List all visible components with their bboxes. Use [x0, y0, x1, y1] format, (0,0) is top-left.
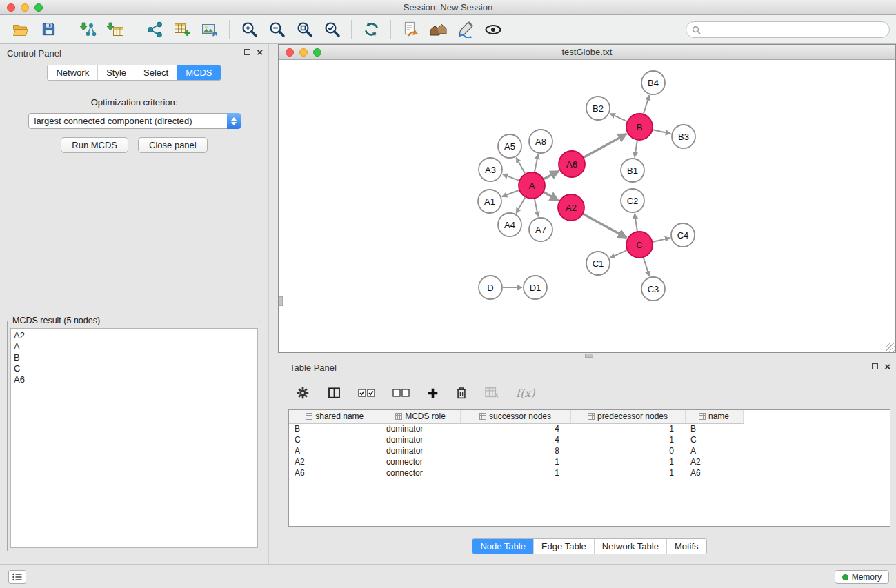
optimization-criterion-select[interactable]: largest connected component (directed) — [28, 113, 241, 129]
node-A2[interactable]: A2 — [558, 194, 584, 221]
select-all-button[interactable] — [358, 388, 376, 398]
split-pane-handle[interactable] — [585, 354, 593, 358]
run-mcds-button[interactable]: Run MCDS — [61, 137, 128, 153]
edge-B-B2[interactable] — [610, 114, 626, 121]
mcds-result-item[interactable]: A6 — [14, 374, 255, 385]
table-cell[interactable]: A2 — [685, 456, 743, 467]
function-builder-button[interactable]: f(x) — [516, 387, 535, 400]
table-cell[interactable]: dominator — [381, 434, 460, 445]
edge-C-C1[interactable] — [610, 250, 626, 258]
table-cell[interactable]: 1 — [570, 456, 685, 467]
import-table-button[interactable] — [101, 18, 129, 41]
edge-B-B4[interactable] — [644, 95, 649, 114]
task-history-button[interactable] — [8, 570, 26, 584]
edge-A-A6[interactable] — [544, 171, 559, 179]
memory-button[interactable]: Memory — [835, 570, 889, 584]
table-cell[interactable]: connector — [381, 456, 460, 467]
tab-edge-table[interactable]: Edge Table — [534, 539, 595, 554]
column-header[interactable]: shared name — [289, 410, 381, 423]
zoom-network-window-button[interactable] — [313, 48, 321, 57]
node-table-container[interactable]: shared nameMCDS rolesuccessor nodesprede… — [288, 409, 890, 527]
edge-C-C4[interactable] — [653, 238, 670, 242]
edge-C-C3[interactable] — [644, 258, 649, 276]
edge-A-A1[interactable] — [502, 190, 519, 196]
close-panel-icon[interactable]: × — [884, 363, 890, 369]
table-row[interactable]: Bdominator41B — [289, 423, 743, 434]
resize-handle[interactable] — [886, 343, 895, 352]
save-session-button[interactable] — [34, 18, 62, 41]
apply-layout-button[interactable] — [397, 18, 424, 41]
network-canvas[interactable]: B4B2BB3A8A5A6A3B1AA1C2A2A4A7C4CC1C3DD1 — [279, 60, 895, 352]
close-network-window-button[interactable] — [286, 48, 294, 57]
table-cell[interactable]: A6 — [289, 467, 381, 478]
node-A1[interactable]: A1 — [478, 190, 501, 213]
zoom-out-button[interactable] — [263, 18, 290, 41]
show-columns-button[interactable] — [327, 386, 341, 400]
table-cell[interactable]: 1 — [570, 467, 685, 478]
edge-C-C2[interactable] — [635, 214, 637, 231]
edge-A-A4[interactable] — [516, 197, 525, 213]
table-cell[interactable]: connector — [381, 467, 460, 478]
show-panels-button[interactable] — [424, 18, 452, 41]
node-C2[interactable]: C2 — [621, 189, 644, 212]
mcds-result-item[interactable]: C — [14, 363, 255, 374]
tab-style[interactable]: Style — [98, 65, 135, 80]
table-cell[interactable]: B — [685, 423, 743, 434]
tab-node-table[interactable]: Node Table — [472, 539, 534, 554]
table-cell[interactable]: 1 — [460, 467, 570, 478]
tab-network-table[interactable]: Network Table — [595, 539, 667, 554]
table-cell[interactable]: 8 — [460, 445, 570, 456]
node-B1[interactable]: B1 — [621, 159, 644, 182]
mcds-result-item[interactable]: A — [14, 341, 255, 352]
style-editor-button[interactable] — [452, 18, 479, 41]
table-cell[interactable]: dominator — [381, 423, 460, 434]
tab-motifs[interactable]: Motifs — [667, 539, 706, 554]
new-table-button[interactable] — [168, 18, 196, 41]
table-cell[interactable]: 1 — [570, 434, 685, 445]
delete-column-button[interactable] — [455, 386, 468, 400]
table-cell[interactable]: 1 — [570, 423, 685, 434]
column-header[interactable]: name — [685, 410, 743, 423]
table-cell[interactable]: dominator — [381, 445, 460, 456]
search-input[interactable] — [704, 25, 884, 34]
mcds-result-list[interactable]: A2ABCA6 — [10, 328, 258, 548]
tab-select[interactable]: Select — [135, 65, 177, 80]
mcds-result-item[interactable]: A2 — [14, 330, 255, 341]
node-C3[interactable]: C3 — [641, 277, 665, 301]
mcds-result-item[interactable]: B — [14, 352, 255, 363]
close-window-button[interactable] — [7, 3, 15, 12]
zoom-window-button[interactable] — [34, 3, 43, 12]
table-cell[interactable]: C — [685, 434, 743, 445]
zoom-selected-button[interactable] — [318, 18, 346, 41]
table-settings-button[interactable] — [295, 385, 310, 401]
export-image-button[interactable] — [196, 18, 223, 41]
column-header[interactable]: successor nodes — [460, 410, 570, 423]
table-cell[interactable]: 4 — [460, 423, 570, 434]
add-column-button[interactable] — [427, 387, 439, 399]
float-panel-icon[interactable] — [872, 363, 878, 369]
table-cell[interactable]: 0 — [570, 445, 685, 456]
table-cell[interactable]: B — [289, 423, 381, 434]
column-header[interactable]: predecessor nodes — [570, 410, 685, 423]
zoom-in-button[interactable] — [235, 18, 263, 41]
edge-B-B1[interactable] — [635, 141, 637, 157]
edge-A-A3[interactable] — [503, 174, 519, 181]
edge-A6-B[interactable] — [584, 134, 627, 157]
delete-table-button[interactable] — [484, 387, 499, 399]
node-A5[interactable]: A5 — [498, 134, 521, 158]
table-row[interactable]: Adominator80A — [289, 445, 743, 456]
refresh-view-button[interactable] — [357, 18, 385, 41]
minimize-network-window-button[interactable] — [299, 48, 308, 57]
edge-A2-C[interactable] — [584, 214, 627, 238]
edge-B-B3[interactable] — [653, 130, 671, 134]
edge-A-A5[interactable] — [516, 158, 525, 174]
show-graphics-button[interactable] — [479, 18, 507, 41]
table-cell[interactable]: A — [289, 445, 381, 456]
node-C[interactable]: C — [626, 232, 653, 258]
node-D[interactable]: D — [479, 276, 502, 299]
close-panel-button[interactable]: Close panel — [138, 137, 208, 153]
table-cell[interactable]: A — [685, 445, 743, 456]
table-row[interactable]: A2connector11A2 — [289, 456, 743, 467]
node-A[interactable]: A — [519, 172, 545, 199]
close-panel-icon[interactable]: × — [257, 49, 263, 55]
